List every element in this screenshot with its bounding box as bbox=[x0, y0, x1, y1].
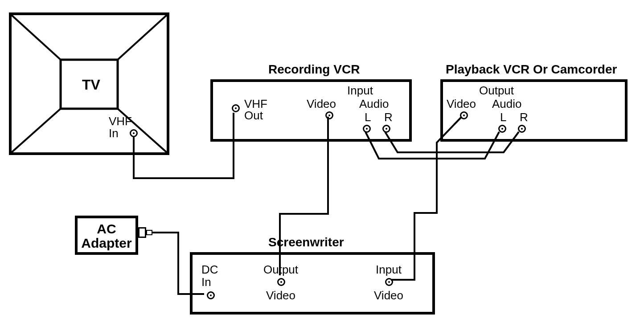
screenwriter-title: Screenwriter bbox=[268, 235, 344, 249]
recording-vcr-r-label: R bbox=[384, 111, 393, 123]
screenwriter-dc-in-port bbox=[207, 291, 215, 299]
ac-adapter-label-1: AC bbox=[78, 222, 135, 236]
playback-vcr-audio-l-port bbox=[498, 125, 506, 133]
recording-vcr-video-label: Video bbox=[307, 98, 336, 110]
ac-adapter-label-2: Adapter bbox=[78, 236, 135, 250]
playback-vcr-output-group: Output bbox=[470, 85, 523, 97]
recording-vcr-box: VHF Out Input Video Audio L R bbox=[210, 79, 412, 142]
recording-vcr-vhf-out-2: Out bbox=[244, 110, 263, 122]
tv-vhf-in-label-1: VHF bbox=[109, 115, 132, 127]
recording-vcr-video-in-port bbox=[325, 111, 333, 119]
playback-vcr-audio-r-port bbox=[518, 125, 526, 133]
recording-vcr-audio-r-port bbox=[382, 125, 390, 133]
screenwriter-output-video-port bbox=[277, 278, 285, 286]
wiring-diagram: TV VHF In Recording VCR VHF Out Input Vi… bbox=[0, 0, 644, 335]
recording-vcr-title: Recording VCR bbox=[268, 62, 360, 77]
playback-vcr-audio-label: Audio bbox=[492, 98, 522, 110]
playback-vcr-box: Output Video Audio L R bbox=[440, 79, 628, 142]
tv-label: TV bbox=[82, 78, 100, 93]
recording-vcr-input-group: Input bbox=[333, 85, 387, 97]
playback-vcr-l-label: L bbox=[500, 111, 506, 123]
tv-vhf-in-port bbox=[130, 129, 138, 137]
playback-vcr-video-out-port bbox=[460, 111, 468, 119]
recording-vcr-audio-label: Audio bbox=[359, 98, 389, 110]
recording-vcr-audio-l-port bbox=[363, 125, 371, 133]
svg-line-1 bbox=[118, 15, 167, 60]
screenwriter-input-label: Input bbox=[366, 264, 411, 276]
playback-vcr-r-label: R bbox=[520, 111, 528, 123]
screenwriter-output-label: Output bbox=[258, 264, 303, 276]
screenwriter-output-video-label: Video bbox=[258, 290, 303, 302]
tv-vhf-in-label-2: In bbox=[109, 127, 119, 139]
recording-vcr-vhf-out-port bbox=[232, 104, 240, 112]
screenwriter-dc-in-2: In bbox=[201, 276, 211, 288]
svg-line-0 bbox=[12, 15, 61, 60]
svg-line-2 bbox=[12, 109, 61, 152]
ac-adapter-box: AC Adapter bbox=[75, 216, 138, 255]
ac-adapter-plug-tip bbox=[146, 230, 152, 235]
screenwriter-dc-in-1: DC bbox=[201, 264, 218, 276]
screenwriter-box: DC In Output Video Input Video bbox=[190, 252, 435, 315]
screenwriter-input-video-port bbox=[385, 278, 393, 286]
recording-vcr-l-label: L bbox=[365, 111, 371, 123]
screenwriter-input-video-label: Video bbox=[366, 290, 411, 302]
tv-box: TV VHF In bbox=[9, 12, 169, 155]
playback-vcr-title: Playback VCR Or Camcorder bbox=[446, 62, 617, 77]
ac-adapter-plug bbox=[138, 227, 146, 238]
playback-vcr-video-label: Video bbox=[447, 98, 476, 110]
